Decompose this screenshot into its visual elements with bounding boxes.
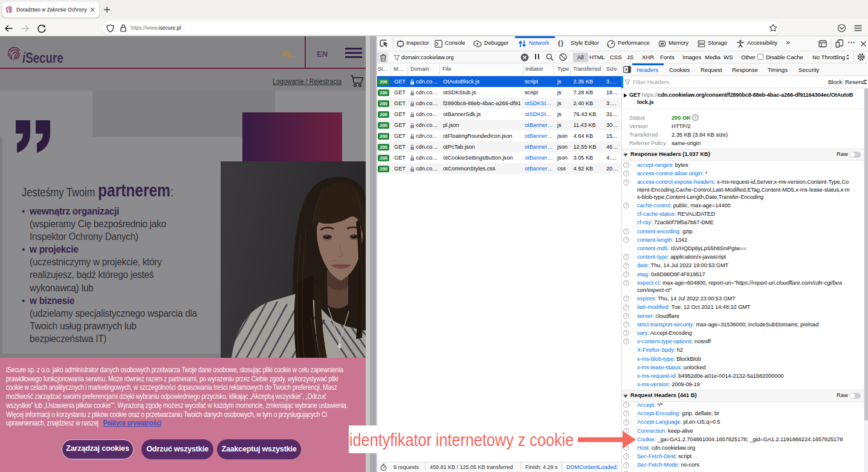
svg-text:?: ? bbox=[625, 229, 627, 233]
svg-text:?: ? bbox=[625, 420, 627, 424]
svg-text:?: ? bbox=[625, 238, 627, 242]
svg-text:?: ? bbox=[625, 280, 627, 285]
svg-text:?: ? bbox=[625, 255, 627, 259]
svg-text:?: ? bbox=[625, 331, 627, 335]
svg-text:?: ? bbox=[625, 180, 627, 184]
svg-text:?: ? bbox=[625, 463, 627, 467]
svg-text:?: ? bbox=[625, 322, 627, 326]
svg-text:?: ? bbox=[695, 115, 697, 120]
svg-text:?: ? bbox=[625, 454, 627, 459]
svg-text:?: ? bbox=[625, 263, 627, 268]
svg-text:?: ? bbox=[625, 163, 627, 167]
svg-text:?: ? bbox=[625, 172, 627, 176]
svg-text:?: ? bbox=[625, 305, 627, 309]
svg-text:?: ? bbox=[625, 314, 627, 318]
svg-text:?: ? bbox=[625, 272, 627, 276]
svg-text:?: ? bbox=[625, 340, 627, 344]
svg-text:?: ? bbox=[625, 203, 627, 207]
svg-text:?: ? bbox=[625, 297, 627, 301]
svg-text:?: ? bbox=[625, 402, 627, 407]
svg-text:?: ? bbox=[625, 412, 627, 416]
